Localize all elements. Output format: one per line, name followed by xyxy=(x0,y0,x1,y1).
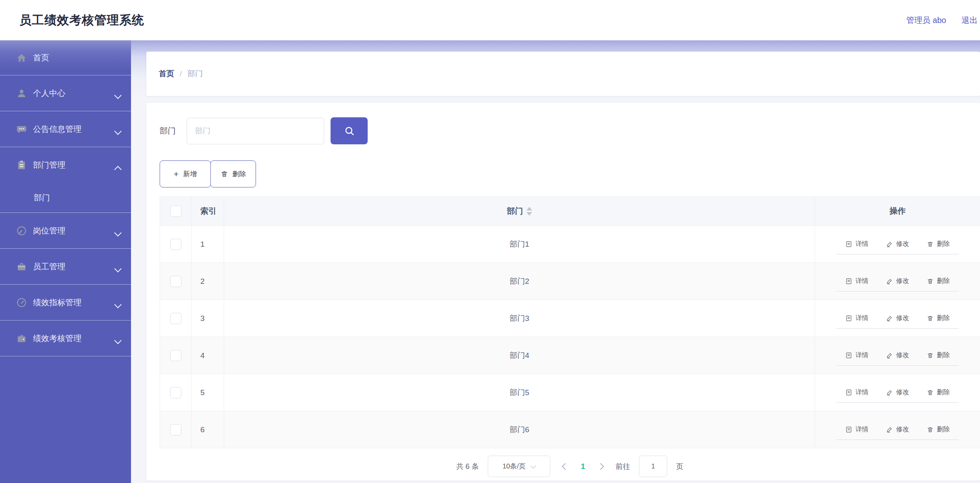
user-icon xyxy=(16,88,27,99)
cell-index: 2 xyxy=(191,263,224,300)
chevron-down-icon xyxy=(115,302,121,308)
chat-bubble-icon xyxy=(16,124,27,135)
sort-carets-icon[interactable] xyxy=(526,207,532,216)
detail-button[interactable]: 详情 xyxy=(845,425,868,434)
search-input[interactable] xyxy=(187,118,324,144)
goto-page-input[interactable] xyxy=(639,456,667,477)
sidebar-item-department-management[interactable]: 部门管理 xyxy=(0,147,131,183)
detail-button-label: 详情 xyxy=(855,314,868,323)
row-checkbox[interactable] xyxy=(170,313,181,324)
edit-button-label: 修改 xyxy=(896,388,909,397)
department-panel: 部门 + 新增 删除 xyxy=(146,103,980,481)
edit-button-label: 修改 xyxy=(896,425,909,434)
sidebar-item-assessment-management[interactable]: 绩效考核管理 xyxy=(0,321,131,356)
edit-button[interactable]: 修改 xyxy=(886,425,909,434)
search-icon xyxy=(344,125,355,136)
cell-dept: 部门1 xyxy=(224,226,815,262)
goto-label: 前往 xyxy=(616,462,630,471)
app-title: 员工绩效考核管理系统 xyxy=(19,12,144,29)
cell-index: 4 xyxy=(191,337,224,374)
detail-button[interactable]: 详情 xyxy=(845,277,868,285)
row-checkbox[interactable] xyxy=(170,387,181,398)
detail-button[interactable]: 详情 xyxy=(845,314,868,323)
detail-button-label: 详情 xyxy=(855,277,868,285)
edit-button-label: 修改 xyxy=(896,314,909,323)
sidebar-item-home[interactable]: 首页 xyxy=(0,40,131,75)
sidebar-item-announcements[interactable]: 公告信息管理 xyxy=(0,111,131,147)
sidebar-item-kpi-management[interactable]: 绩效指标管理 xyxy=(0,285,131,320)
department-table: 索引 部门 操作 1 部门1 详情 修改 删除 xyxy=(160,196,980,448)
sidebar-item-label: 首页 xyxy=(33,52,49,63)
app-header: 员工绩效考核管理系统 管理员 abo 退出 xyxy=(0,0,980,40)
delete-row-button[interactable]: 删除 xyxy=(927,388,950,397)
row-checkbox[interactable] xyxy=(170,350,181,361)
sidebar-item-position-management[interactable]: 岗位管理 xyxy=(0,213,131,248)
search-field-label: 部门 xyxy=(160,125,176,136)
table-row: 6 部门6 详情 修改 删除 xyxy=(160,411,980,448)
prev-page-button[interactable] xyxy=(559,461,570,472)
sidebar-item-employee-management[interactable]: 员工管理 xyxy=(0,249,131,284)
breadcrumb-current: 部门 xyxy=(187,69,203,79)
breadcrumb-home-link[interactable]: 首页 xyxy=(159,69,174,79)
edit-button-label: 修改 xyxy=(896,240,909,248)
add-button-label: 新增 xyxy=(183,169,197,179)
delete-row-button-label: 删除 xyxy=(937,388,950,397)
table-toolbar: + 新增 删除 xyxy=(160,160,980,187)
current-page-number[interactable]: 1 xyxy=(578,462,588,471)
chevron-down-icon xyxy=(115,231,121,236)
next-page-button[interactable] xyxy=(596,461,607,472)
sidebar-subitem-department[interactable]: 部门 xyxy=(0,183,131,212)
row-checkbox[interactable] xyxy=(170,424,181,435)
page-size-value: 10条/页 xyxy=(502,462,526,471)
edit-button[interactable]: 修改 xyxy=(886,314,909,323)
cell-index: 5 xyxy=(191,374,224,411)
search-button[interactable] xyxy=(331,117,368,144)
delete-row-button-label: 删除 xyxy=(937,425,950,434)
cell-dept: 部门6 xyxy=(224,411,815,448)
column-header-actions: 操作 xyxy=(815,197,980,225)
delete-button[interactable]: 删除 xyxy=(210,160,256,187)
detail-button-label: 详情 xyxy=(855,425,868,434)
page-suffix-label: 页 xyxy=(676,462,683,471)
row-checkbox[interactable] xyxy=(170,239,181,250)
delete-row-button[interactable]: 删除 xyxy=(927,314,950,323)
detail-button-label: 详情 xyxy=(855,388,868,397)
delete-row-button[interactable]: 删除 xyxy=(927,425,950,434)
sidebar-item-label: 绩效考核管理 xyxy=(33,333,81,344)
search-bar: 部门 xyxy=(160,117,980,144)
breadcrumb-separator: / xyxy=(180,70,182,78)
chevron-down-icon xyxy=(115,129,121,134)
add-button[interactable]: + 新增 xyxy=(160,160,211,187)
chevron-up-icon xyxy=(115,165,121,170)
clipboard-icon xyxy=(16,160,27,171)
detail-button[interactable]: 详情 xyxy=(845,388,868,397)
sidebar-item-label: 部门管理 xyxy=(33,160,65,171)
row-checkbox[interactable] xyxy=(170,276,181,287)
sidebar-item-label: 绩效指标管理 xyxy=(33,297,81,308)
delete-row-button[interactable]: 删除 xyxy=(927,240,950,248)
edit-button[interactable]: 修改 xyxy=(886,277,909,285)
logout-link[interactable]: 退出 xyxy=(961,15,978,26)
gauge-icon xyxy=(16,225,27,236)
edit-button[interactable]: 修改 xyxy=(886,388,909,397)
cell-dept: 部门3 xyxy=(224,300,815,337)
select-all-checkbox[interactable] xyxy=(170,206,181,217)
sidebar-item-personal-center[interactable]: 个人中心 xyxy=(0,75,131,111)
edit-button-label: 修改 xyxy=(896,277,909,285)
column-header-dept[interactable]: 部门 xyxy=(224,197,815,225)
detail-button[interactable]: 详情 xyxy=(845,351,868,360)
delete-row-button[interactable]: 删除 xyxy=(927,277,950,285)
cell-dept: 部门2 xyxy=(224,263,815,300)
current-user-link[interactable]: 管理员 abo xyxy=(906,15,946,26)
wallet-icon xyxy=(16,333,27,344)
detail-button[interactable]: 详情 xyxy=(845,240,868,248)
breadcrumb: 首页 / 部门 xyxy=(146,52,980,96)
sidebar-item-label: 岗位管理 xyxy=(33,225,65,236)
delete-row-button[interactable]: 删除 xyxy=(927,351,950,360)
cell-index: 6 xyxy=(191,411,224,448)
edit-button-label: 修改 xyxy=(896,351,909,360)
edit-button[interactable]: 修改 xyxy=(886,240,909,248)
page-size-select[interactable]: 10条/页 xyxy=(488,456,550,477)
pagination: 共 6 条 10条/页 1 前往 页 xyxy=(160,456,980,477)
edit-button[interactable]: 修改 xyxy=(886,351,909,360)
